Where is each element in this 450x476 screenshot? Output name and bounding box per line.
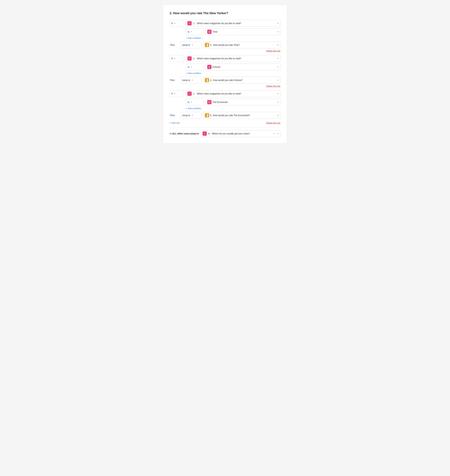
rule-block-1: If ▾ 1. Which news magazines do you like… (170, 20, 280, 52)
chevron-down-icon: ▾ (174, 22, 175, 24)
add-rule-button[interactable]: + Add rule (170, 122, 180, 124)
then-label-1: Then (170, 44, 179, 46)
operator-select-3[interactable]: is ▾ (186, 99, 204, 106)
delete-row-2: Delete this rule (170, 85, 280, 87)
condition-row-2: is ▾ C Fortune ▾ (186, 64, 280, 70)
answer-select-3[interactable]: D The Economist ▾ (206, 99, 280, 106)
if-select-2[interactable]: If ▾ (170, 55, 184, 62)
if-select-1[interactable]: If ▾ (170, 20, 184, 27)
then-row-1: Then Jump to ▾ 3. How would you rate Tim… (170, 42, 280, 48)
chevron-down-icon: ▾ (191, 31, 192, 33)
all-other-cases-row: In ALL other cases jump to 6. Where do y… (170, 127, 280, 137)
chevron-down-icon: ▾ (278, 44, 278, 46)
chevron-down-icon: ▾ (278, 66, 278, 68)
then-question-select-1[interactable]: 3. How would you rate Time? ▾ (203, 42, 280, 48)
then-question-select-3[interactable]: 5. How would you rate The Economist? ▾ (203, 112, 280, 119)
answer-select-1[interactable]: B Time ▾ (206, 28, 280, 35)
delete-last-rule-button[interactable]: Delete this rule (266, 122, 280, 124)
question-icon-2 (187, 56, 192, 60)
chevron-down-icon: ▾ (191, 101, 192, 103)
close-icon[interactable]: × (274, 132, 275, 135)
chevron-down-icon: ▾ (278, 92, 278, 95)
then-row-3: Then Jump to ▾ 5. How would you rate The… (170, 112, 280, 119)
chevron-down-icon: ▾ (174, 57, 175, 60)
rules-container: If ▾ 1. Which news magazines do you like… (170, 20, 280, 119)
jump-to-select-2[interactable]: Jump to ▾ (180, 77, 201, 84)
all-other-label: In ALL other cases jump to (170, 132, 199, 135)
rule-block-3: If ▾ 1. Which news magazines do you like… (170, 90, 280, 119)
add-condition-link-2[interactable]: + Add condition (186, 72, 201, 74)
question-text: How would you rate The New Yorker? (173, 12, 228, 15)
question-icon-1 (187, 21, 192, 25)
chevron-down-icon: ▾ (278, 57, 278, 60)
chevron-down-icon: ▾ (192, 44, 193, 46)
all-other-question-number: 6. (208, 132, 210, 135)
question-icon-3 (187, 91, 192, 96)
all-other-question-text: Where do you usually get your news? (212, 132, 250, 135)
chevron-down-icon: ▾ (278, 22, 278, 24)
if-row-1: If ▾ 1. Which news magazines do you like… (170, 20, 280, 27)
jump-to-select-1[interactable]: Jump to ▾ (180, 42, 201, 48)
chevron-down-icon: ▾ (278, 101, 278, 103)
chevron-down-icon: ▾ (278, 79, 278, 81)
question-select-1[interactable]: 1. Which news magazines do you like to r… (186, 20, 280, 27)
footer-actions: + Add rule Delete this rule (170, 122, 280, 124)
page-title: 2. How would you rate The New Yorker? (170, 12, 280, 15)
delete-row-1: Delete this rule (170, 50, 280, 52)
chevron-down-icon: ▾ (192, 79, 193, 81)
chevron-down-icon: ▾ (174, 92, 175, 95)
chevron-down-icon: ▾ (278, 114, 278, 116)
jump-to-select-3[interactable]: Jump to ▾ (180, 112, 201, 119)
then-question-icon-2 (205, 78, 209, 82)
rule-block-2: If ▾ 1. Which news magazines do you like… (170, 55, 280, 87)
operator-select-2[interactable]: is ▾ (186, 64, 204, 70)
then-row-2: Then Jump to ▾ 4. How would you rate For… (170, 77, 280, 84)
answer-badge-2: C (207, 65, 212, 69)
chevron-down-icon[interactable]: ▾ (278, 133, 278, 135)
if-row-3: If ▾ 1. Which news magazines do you like… (170, 90, 280, 97)
answer-badge-3: D (207, 100, 212, 104)
question-number: 2. (170, 12, 172, 15)
then-question-select-2[interactable]: 4. How would you rate Fortune? ▾ (203, 77, 280, 84)
chevron-down-icon: ▾ (192, 114, 193, 116)
condition-row-3: is ▾ D The Economist ▾ (186, 99, 280, 106)
add-condition-link-1[interactable]: + Add condition (186, 37, 201, 39)
all-other-question-icon (202, 132, 207, 136)
if-select-3[interactable]: If ▾ (170, 90, 184, 97)
main-container: 2. How would you rate The New Yorker? If… (163, 5, 287, 144)
if-row-2: If ▾ 1. Which news magazines do you like… (170, 55, 280, 62)
chevron-down-icon: ▾ (278, 31, 278, 33)
then-question-icon-3 (205, 113, 209, 117)
delete-rule-button-1[interactable]: Delete this rule (266, 50, 280, 52)
question-select-2[interactable]: 1. Which news magazines do you like to r… (186, 55, 280, 62)
answer-select-2[interactable]: C Fortune ▾ (206, 64, 280, 70)
all-other-question-select[interactable]: 6. Where do you usually get your news? ×… (201, 130, 280, 137)
condition-row-1: is ▾ B Time ▾ (186, 28, 280, 35)
then-question-icon-1 (205, 43, 209, 47)
chevron-down-icon: ▾ (191, 66, 192, 68)
delete-rule-button-2[interactable]: Delete this rule (266, 85, 280, 87)
answer-badge-1: B (207, 30, 212, 34)
then-label-3: Then (170, 114, 179, 117)
add-condition-link-3[interactable]: + Add condition (186, 107, 201, 110)
then-label-2: Then (170, 79, 179, 81)
operator-select-1[interactable]: is ▾ (186, 28, 204, 35)
question-select-3[interactable]: 1. Which news magazines do you like to r… (186, 90, 280, 97)
